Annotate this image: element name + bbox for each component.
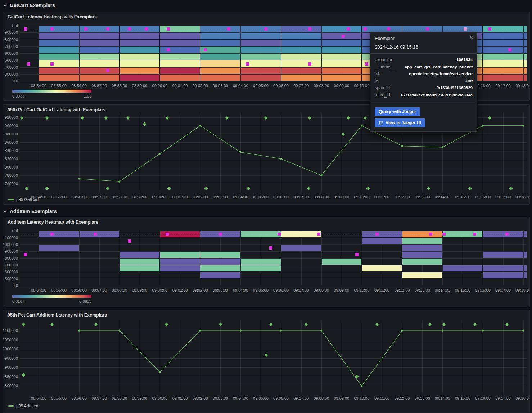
y-axis-label: 800000 <box>3 165 18 169</box>
exemplar-marker[interactable] <box>128 239 131 243</box>
exemplar-marker[interactable] <box>308 27 311 31</box>
x-axis-label: 09:18:00 <box>513 396 530 400</box>
x-axis-label: 09:18:00 <box>513 195 530 199</box>
section-header-getcart[interactable]: GetCart Exemplars <box>3 1 55 10</box>
x-axis-label: 09:06:00 <box>270 288 292 292</box>
legend-p95-additem[interactable]: p95 AddItem <box>8 404 40 408</box>
heatmap-cell <box>120 40 159 46</box>
heatmap-cell <box>362 238 402 244</box>
heatmap-cell <box>160 47 200 53</box>
exemplar-marker[interactable] <box>355 253 359 256</box>
exemplar-marker[interactable] <box>473 233 476 236</box>
x-axis-label: 09:14:00 <box>432 288 453 292</box>
exemplar-marker[interactable] <box>375 233 379 236</box>
x-axis-label: 09:04:00 <box>230 195 251 199</box>
tooltip-field-row: __name__app_cart_get_cart_latency_bucket <box>375 64 473 72</box>
exemplar-marker[interactable] <box>246 62 249 66</box>
exemplar-marker[interactable] <box>227 27 230 31</box>
tooltip-field-label: trace_id <box>375 93 390 98</box>
y-axis-label: 880000 <box>3 132 18 136</box>
y-axis-label: 900000 <box>3 365 18 369</box>
heatmap-cell <box>120 259 159 265</box>
button-label: View in Jaeger UI <box>386 120 421 125</box>
y-axis-label: 950000 <box>3 356 18 360</box>
exemplar-marker[interactable] <box>128 27 131 31</box>
x-axis-label: 09:15:00 <box>452 396 473 400</box>
y-axis-label: +Inf <box>3 229 18 233</box>
heatmap-cell <box>39 54 78 60</box>
line-series <box>20 320 527 394</box>
exemplar-marker[interactable] <box>317 233 320 236</box>
x-axis-label: 09:01:00 <box>169 288 191 292</box>
exemplar-marker[interactable] <box>347 27 350 31</box>
exemplar-marker[interactable] <box>278 233 281 236</box>
exemplar-marker[interactable] <box>167 48 170 51</box>
exemplar-marker[interactable] <box>50 233 54 236</box>
exemplar-marker[interactable] <box>442 233 446 236</box>
exemplar-marker[interactable] <box>145 27 148 31</box>
exemplar-guide-line <box>20 29 527 29</box>
exemplar-marker[interactable] <box>166 233 169 236</box>
exemplar-marker[interactable] <box>106 69 109 72</box>
panel-title[interactable]: GetCart Latency Heatmap with Exemplars <box>8 14 97 19</box>
exemplar-marker[interactable] <box>50 62 54 66</box>
exemplar-marker[interactable] <box>426 27 429 31</box>
heatmap-cell <box>241 47 280 53</box>
view-in-jaeger-button[interactable]: View in Jaeger UI <box>375 118 425 127</box>
exemplar-marker[interactable] <box>27 62 30 66</box>
exemplar-marker[interactable] <box>204 48 207 51</box>
exemplar-marker[interactable] <box>264 27 267 31</box>
y-axis-label: 600000 <box>3 51 18 55</box>
gridline <box>20 272 527 272</box>
tooltip-field-row: le+Inf <box>375 78 473 86</box>
y-axis-label: 700000 <box>3 263 18 267</box>
heatmap-cell <box>160 68 200 74</box>
x-axis-label: 09:11:00 <box>371 195 393 199</box>
close-icon[interactable]: ✕ <box>469 35 473 40</box>
exemplar-marker[interactable] <box>269 246 272 250</box>
x-axis-label: 09:01:00 <box>169 84 191 88</box>
exemplar-marker[interactable] <box>508 48 511 51</box>
exemplar-marker[interactable] <box>505 233 509 236</box>
heatmap-cell <box>120 265 159 271</box>
exemplar-marker[interactable] <box>464 27 467 31</box>
legend-label: p95 AddItem <box>16 404 40 408</box>
y-axis-label: 800000 <box>3 383 18 388</box>
color-scale-max: 0.0833 <box>79 299 91 304</box>
x-axis-label: 09:06:00 <box>270 84 292 88</box>
exemplar-marker[interactable] <box>50 27 54 31</box>
x-axis-label: 09:04:00 <box>230 84 251 88</box>
exemplar-marker[interactable] <box>488 27 491 31</box>
exemplar-marker[interactable] <box>94 233 97 236</box>
exemplar-marker[interactable] <box>24 27 27 31</box>
exemplar-marker[interactable] <box>429 233 432 236</box>
color-scale-max: 1.03 <box>84 94 91 98</box>
x-axis-label: 08:56:00 <box>68 396 90 400</box>
panel-title[interactable]: 95th Pct Cart AddItem Latency with Exemp… <box>8 313 107 318</box>
exemplar-marker[interactable] <box>308 62 311 66</box>
x-axis-label: 09:07:00 <box>290 195 312 199</box>
additem-heatmap-canvas[interactable]: 08:54:0008:55:0008:56:0008:57:0008:58:00… <box>20 231 527 286</box>
exemplar-marker[interactable] <box>365 62 368 66</box>
panel-title[interactable]: AddItem Latency Heatmap with Exemplars <box>8 220 98 225</box>
exemplar-marker[interactable] <box>84 27 87 31</box>
x-axis-label: 09:00:00 <box>149 195 171 199</box>
exemplar-marker[interactable] <box>342 35 345 38</box>
exemplar-marker[interactable] <box>167 27 170 31</box>
heatmap-cell <box>362 265 402 271</box>
additem-line-canvas[interactable]: 08:54:0008:55:0008:56:0008:57:0008:58:00… <box>20 320 527 394</box>
legend-p95-getcart[interactable]: p95 GetCart <box>8 197 39 202</box>
exemplar-marker[interactable] <box>219 233 222 236</box>
section-header-additem[interactable]: AddItem Exemplars <box>3 207 57 216</box>
heatmap-cell <box>160 33 200 39</box>
y-axis-label: 1100000 <box>3 235 18 240</box>
exemplar-marker[interactable] <box>387 27 390 31</box>
gridline <box>20 286 527 286</box>
exemplar-marker[interactable] <box>24 253 27 256</box>
x-axis-label: 09:12:00 <box>391 195 413 199</box>
heatmap-cell <box>524 75 527 81</box>
panel-title[interactable]: 95th Pct Cart GetCart Latency with Exemp… <box>8 107 105 112</box>
exemplar-marker[interactable] <box>364 27 367 31</box>
query-with-jaeger-button[interactable]: Query with Jaeger <box>375 107 420 116</box>
exemplar-marker[interactable] <box>106 27 109 31</box>
